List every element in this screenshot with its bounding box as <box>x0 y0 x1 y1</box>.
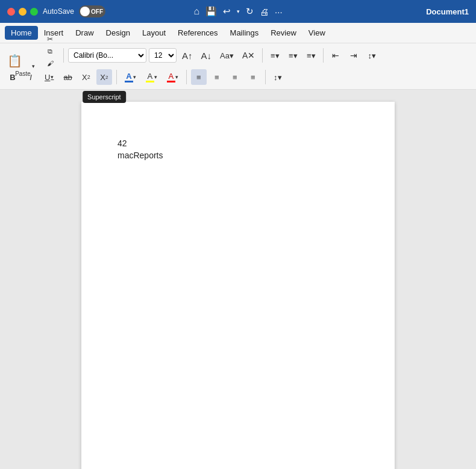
font-color-a-icon: A <box>126 72 131 81</box>
change-case-button[interactable]: Aa▾ <box>217 48 237 63</box>
highlight-icon: A <box>148 72 153 81</box>
multilevel-list-button[interactable]: ≡▾ <box>303 48 319 63</box>
menu-view[interactable]: View <box>302 26 331 40</box>
subscript-button[interactable]: X2 <box>78 69 94 85</box>
font-size-select[interactable]: 12 <box>149 48 177 63</box>
highlight-button[interactable]: A ▾ <box>142 69 161 85</box>
redo-icon[interactable]: ↻ <box>246 6 254 17</box>
font-color-red-bar <box>167 81 175 82</box>
toolbar: 📋 ▾ Paste ✂ ⧉ 🖌 Calibri (Bo... 12 A↑ A↓ … <box>0 43 476 90</box>
undo-icon[interactable]: ↩ <box>223 6 231 17</box>
bold-button[interactable]: B <box>5 69 20 85</box>
align-center-icon: ≡ <box>215 73 219 82</box>
sep4 <box>116 70 117 84</box>
page-number: 42 <box>117 138 359 150</box>
font-color-bar <box>125 81 133 82</box>
menu-draw[interactable]: Draw <box>69 26 99 40</box>
cut-button[interactable]: ✂ <box>42 34 58 45</box>
font-size-decrease-button[interactable]: A↓ <box>198 48 215 63</box>
numbered-list-icon: ≡▾ <box>289 51 298 60</box>
align-left-icon: ≡ <box>196 73 201 82</box>
sep3 <box>323 48 324 63</box>
font-color-red-wrapper: A <box>167 72 175 82</box>
page-content: 42 macReports <box>117 138 359 161</box>
more-icon[interactable]: ··· <box>275 7 283 17</box>
sep2 <box>262 48 263 63</box>
minimize-button[interactable] <box>19 8 27 16</box>
superscript-button[interactable]: X2 <box>96 69 112 85</box>
line-spacing-icon: ↕▾ <box>274 73 282 82</box>
menu-layout[interactable]: Layout <box>136 26 172 40</box>
sep6 <box>265 70 266 84</box>
menu-design[interactable]: Design <box>100 26 136 40</box>
autosave-toggle[interactable]: OFF <box>79 5 105 17</box>
align-center-button[interactable]: ≡ <box>209 69 225 85</box>
line-spacing-button[interactable]: ↕▾ <box>270 69 286 85</box>
font-family-select[interactable]: Calibri (Bo... <box>68 48 146 63</box>
document-title: Document1 <box>426 7 469 16</box>
font-color-button[interactable]: A ▾ <box>121 69 140 85</box>
increase-indent-button[interactable]: ⇥ <box>346 48 362 63</box>
numbered-list-button[interactable]: ≡▾ <box>285 48 301 63</box>
autosave-state: OFF <box>91 8 103 15</box>
autosave-knob <box>80 7 90 16</box>
page-text: macReports <box>117 150 359 162</box>
menubar: Home Insert Draw Design Layout Reference… <box>0 23 476 43</box>
menu-references[interactable]: References <box>172 26 224 40</box>
superscript-container: X2 Superscript <box>96 69 112 85</box>
close-button[interactable] <box>7 8 15 16</box>
underline-button[interactable]: U▾ <box>41 69 57 85</box>
copy-button[interactable]: ⧉ <box>42 46 58 57</box>
font-color-red-button[interactable]: A ▾ <box>163 69 182 85</box>
highlight-wrapper: A <box>146 72 154 82</box>
strikethrough-button[interactable]: ab <box>60 69 75 85</box>
font-size-increase-button[interactable]: A↑ <box>179 48 196 63</box>
bullet-list-button[interactable]: ≡▾ <box>267 48 283 63</box>
multilevel-list-icon: ≡▾ <box>307 51 316 60</box>
highlight-bar <box>146 81 154 82</box>
titlebar-center: ⌂ 💾 ↩ ▾ ↻ 🖨 ··· <box>193 6 282 17</box>
bullet-list-icon: ≡▾ <box>271 51 280 60</box>
menu-mailings[interactable]: Mailings <box>224 26 265 40</box>
font-color-red-dropdown-icon: ▾ <box>175 74 178 80</box>
align-right-button[interactable]: ≡ <box>227 69 243 85</box>
maximize-button[interactable] <box>30 8 38 16</box>
autosave-label: AutoSave <box>43 7 74 16</box>
main-content: 42 macReports <box>0 90 476 469</box>
home-icon: ⌂ <box>193 6 199 17</box>
sep5 <box>186 70 187 84</box>
print-icon[interactable]: 🖨 <box>260 7 269 17</box>
toolbar-row-2: B I U▾ ab X2 X2 Superscript A ▾ A ▾ <box>5 67 471 87</box>
clear-formatting-button[interactable]: A✕ <box>239 48 258 63</box>
font-color-dropdown-icon: ▾ <box>133 74 136 80</box>
justify-icon: ≡ <box>251 73 255 82</box>
cut-copy-format: ✂ ⧉ 🖌 <box>42 34 58 69</box>
italic-button[interactable]: I <box>23 69 39 85</box>
document-page: 42 macReports <box>81 102 395 469</box>
highlight-dropdown-icon: ▾ <box>154 74 157 80</box>
traffic-lights <box>7 8 38 16</box>
align-right-icon: ≡ <box>233 73 237 82</box>
paragraph-spacing-button[interactable]: ↕▾ <box>364 48 380 63</box>
save-icon: 💾 <box>205 6 217 17</box>
font-color-wrapper: A <box>125 72 133 82</box>
toolbar-row-1: 📋 ▾ Paste ✂ ⧉ 🖌 Calibri (Bo... 12 A↑ A↓ … <box>5 46 471 65</box>
align-left-button[interactable]: ≡ <box>191 69 207 85</box>
decrease-indent-button[interactable]: ⇤ <box>328 48 343 63</box>
sep1 <box>63 48 64 63</box>
paragraph-spacing-icon: ↕▾ <box>368 51 377 60</box>
undo-expand-icon[interactable]: ▾ <box>237 8 240 14</box>
justify-button[interactable]: ≡ <box>245 69 261 85</box>
document-area: 42 macReports <box>0 90 476 469</box>
menu-review[interactable]: Review <box>265 26 302 40</box>
titlebar: AutoSave OFF ⌂ 💾 ↩ ▾ ↻ 🖨 ··· Document1 <box>0 0 476 23</box>
titlebar-left: AutoSave OFF <box>7 5 105 17</box>
font-color-red-icon: A <box>169 72 174 81</box>
